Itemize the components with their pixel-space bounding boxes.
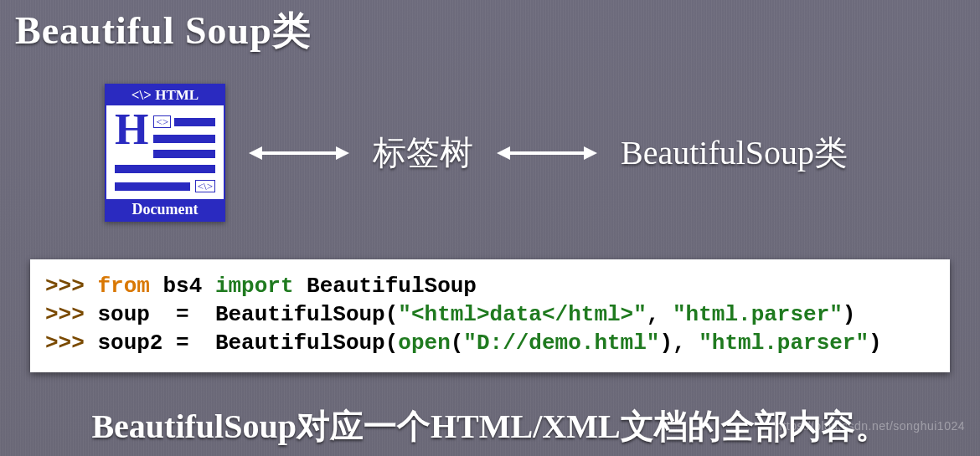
kw-from: from [97, 274, 149, 299]
doc-icon-header: <\> HTML [106, 85, 224, 105]
diagram-label-right: BeautifulSoup类 [621, 130, 848, 176]
str-parser: "html.parser" [699, 330, 869, 356]
arrow-icon [249, 143, 349, 163]
diagram-label-middle: 标签树 [373, 130, 473, 176]
prompt: >>> [45, 274, 85, 299]
class-name: BeautifulSoup [215, 302, 385, 327]
paren-open: ( [385, 330, 399, 356]
paren-close: ) [869, 330, 882, 356]
eq: = [176, 302, 189, 327]
code-block: >>> from bs4 import BeautifulSoup >>> so… [30, 259, 950, 372]
kw-import: import [215, 274, 294, 299]
class-name: BeautifulSoup [307, 274, 477, 299]
diagram-row: <\> HTML H <> <\> Document [105, 84, 848, 222]
paren-close: ) [843, 302, 856, 327]
doc-icon-letter: H [115, 110, 148, 150]
arrow-icon [497, 143, 597, 163]
paren-close: ) [659, 330, 673, 356]
svg-marker-5 [584, 146, 597, 160]
str-path: "D://demo.html" [463, 330, 659, 356]
doc-icon-close-tag: <\> [195, 180, 215, 192]
comma: , [673, 330, 686, 356]
watermark: https://blog.csdn.net/songhui1024 [776, 419, 965, 433]
prompt: >>> [45, 330, 85, 356]
fn-open: open [398, 330, 450, 356]
class-name: BeautifulSoup [215, 330, 385, 356]
var-soup2: soup2 [97, 330, 162, 356]
slide-title: Beautiful Soup类 [15, 5, 312, 57]
svg-marker-4 [497, 146, 510, 160]
paren-open: ( [385, 302, 399, 327]
svg-marker-2 [336, 146, 349, 160]
prompt: >>> [45, 302, 85, 327]
doc-icon-footer: Document [106, 199, 224, 220]
str-html: "<html>data</html>" [398, 302, 646, 327]
svg-marker-1 [249, 146, 262, 160]
var-soup: soup [97, 302, 149, 327]
module-name: bs4 [162, 274, 202, 299]
comma: , [647, 302, 660, 327]
doc-icon-tag: <> [153, 115, 171, 128]
str-parser: "html.parser" [673, 302, 843, 327]
html-document-icon: <\> HTML H <> <\> Document [105, 84, 225, 222]
eq: = [176, 330, 189, 356]
paren-open: ( [451, 330, 464, 356]
